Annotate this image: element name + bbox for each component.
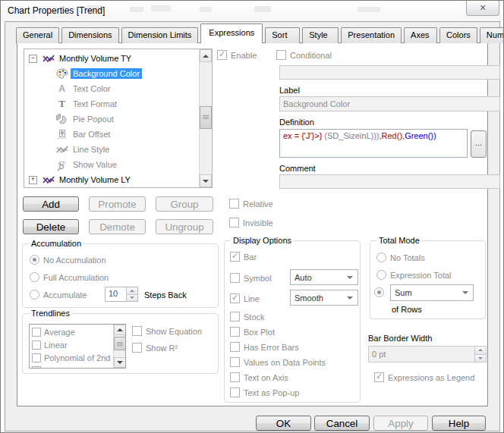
stock-checkbox[interactable] bbox=[230, 312, 240, 322]
stepper-up-icon[interactable] bbox=[127, 287, 137, 294]
tree-item-pie-popout[interactable]: Pie Popout bbox=[24, 111, 199, 127]
total-mode-caption: Total Mode bbox=[376, 236, 422, 245]
sum-combobox[interactable]: Sum bbox=[390, 284, 474, 301]
titlebar-ghost bbox=[358, 7, 380, 12]
tree-item-show-value[interactable]: 42 Show Value bbox=[24, 157, 199, 172]
symbol-combobox[interactable]: Auto bbox=[290, 269, 358, 285]
scroll-up-icon[interactable] bbox=[200, 49, 212, 62]
text-as-popup-checkbox[interactable] bbox=[230, 388, 240, 397]
invisible-checkbox[interactable] bbox=[229, 218, 239, 227]
trendline-item-polynomial3[interactable]: Polynomial of 3rd d bbox=[30, 364, 113, 369]
text-as-popup-row: Text as Pop-up bbox=[230, 388, 299, 397]
scroll-down-icon[interactable] bbox=[200, 174, 212, 187]
full-accumulation-label: Full Accumulation bbox=[43, 273, 109, 282]
tree-item-text-format[interactable]: T Text Format bbox=[24, 96, 199, 111]
trendline-item-linear[interactable]: Linear bbox=[30, 338, 113, 351]
definition-ellipsis-button[interactable]: ... bbox=[471, 130, 487, 158]
tab-number[interactable]: Number bbox=[480, 27, 504, 43]
help-button[interactable]: Help bbox=[432, 416, 486, 431]
box-plot-checkbox[interactable] bbox=[230, 327, 240, 337]
no-accumulation-radio[interactable] bbox=[30, 255, 39, 265]
ok-button[interactable]: OK bbox=[256, 416, 311, 431]
tree-item-text-color[interactable]: A Text Color bbox=[24, 81, 199, 96]
text-on-axis-checkbox[interactable] bbox=[230, 372, 240, 382]
trendlines-scrollbar[interactable] bbox=[113, 325, 125, 368]
show-equation-checkbox[interactable] bbox=[132, 326, 142, 336]
tree-item-bar-offset[interactable]: Bar Offset bbox=[24, 127, 199, 142]
text-as-popup-label: Text as Pop-up bbox=[244, 388, 299, 397]
tab-presentation[interactable]: Presentation bbox=[341, 27, 402, 43]
tab-general[interactable]: General bbox=[16, 27, 59, 43]
line-combobox[interactable]: Smooth bbox=[290, 290, 358, 306]
delete-button[interactable]: Delete bbox=[23, 219, 79, 234]
relative-checkbox[interactable] bbox=[229, 199, 239, 209]
total-mode-group: Total Mode No Totals Expression Total Su… bbox=[370, 240, 486, 319]
tree-item-line-style[interactable]: Line Style bbox=[24, 142, 199, 157]
enable-checkbox[interactable] bbox=[217, 50, 227, 60]
stepper-up-icon[interactable] bbox=[475, 347, 486, 354]
tab-sort[interactable]: Sort bbox=[265, 27, 300, 43]
comment-input[interactable] bbox=[279, 174, 500, 189]
tree-item-monthly-volume-ly[interactable]: Monthly Volume LY bbox=[24, 172, 199, 187]
tree-item-background-color[interactable]: Background Color bbox=[24, 66, 199, 81]
expand-icon[interactable] bbox=[29, 176, 37, 184]
tab-expressions[interactable]: Expressions bbox=[200, 24, 263, 43]
sum-of-rows-row bbox=[374, 287, 384, 297]
average-checkbox[interactable] bbox=[32, 328, 41, 337]
tab-colors[interactable]: Colors bbox=[439, 27, 477, 43]
promote-button: Promote bbox=[89, 196, 146, 212]
scroll-down-icon[interactable] bbox=[114, 357, 126, 368]
bar-row: Bar bbox=[230, 252, 257, 262]
show-value-icon: 42 bbox=[55, 158, 68, 171]
trendline-item-polynomial2[interactable]: Polynomial of 2nd d bbox=[30, 351, 113, 364]
tab-axes[interactable]: Axes bbox=[404, 27, 437, 43]
label-input[interactable]: Background Color bbox=[279, 96, 500, 111]
scroll-up-icon[interactable] bbox=[114, 325, 126, 335]
polynomial3-checkbox[interactable] bbox=[32, 366, 41, 369]
expression-total-radio[interactable] bbox=[376, 270, 386, 280]
show-r2-checkbox[interactable] bbox=[132, 343, 142, 353]
bar-checkbox[interactable] bbox=[230, 252, 240, 262]
steps-back-label: Steps Back bbox=[144, 290, 187, 300]
add-button[interactable]: Add bbox=[23, 196, 79, 212]
titlebar-ghost bbox=[200, 7, 212, 12]
trendlines-listbox[interactable]: Average Linear Polynomial of 2nd d Polyn… bbox=[29, 324, 126, 369]
line-combobox-value: Smooth bbox=[295, 293, 323, 303]
sum-combobox-value: Sum bbox=[395, 288, 412, 297]
stepper-down-icon[interactable] bbox=[127, 294, 137, 302]
show-equation-label: Show Equation bbox=[146, 327, 202, 336]
values-on-data-points-checkbox[interactable] bbox=[230, 357, 240, 367]
no-totals-radio[interactable] bbox=[376, 253, 386, 262]
conditional-checkbox[interactable] bbox=[276, 50, 286, 60]
display-options-caption: Display Options bbox=[231, 236, 294, 245]
tab-style[interactable]: Style bbox=[302, 27, 339, 43]
tab-dimensions[interactable]: Dimensions bbox=[61, 27, 118, 43]
expressions-as-legend-checkbox[interactable] bbox=[374, 372, 384, 382]
steps-back-stepper[interactable]: 10 bbox=[105, 287, 138, 302]
bar-border-width-stepper[interactable]: 0 pt bbox=[368, 346, 487, 362]
scroll-thumb[interactable] bbox=[200, 106, 212, 129]
sum-of-rows-radio[interactable] bbox=[374, 287, 384, 297]
linear-checkbox[interactable] bbox=[32, 340, 41, 350]
tree-scrollbar[interactable] bbox=[199, 49, 212, 187]
accumulate-radio[interactable] bbox=[30, 290, 39, 300]
conditional-input[interactable] bbox=[279, 65, 500, 80]
scroll-thumb[interactable] bbox=[114, 337, 126, 350]
line-checkbox[interactable] bbox=[230, 293, 240, 303]
full-accumulation-radio[interactable] bbox=[30, 272, 39, 282]
definition-input[interactable]: ex = {'J'}>} (SD_SizeinL))),Red(),Green(… bbox=[279, 129, 468, 158]
trendline-item-average[interactable]: Average bbox=[30, 325, 113, 338]
close-button[interactable]: ✕ bbox=[466, 1, 499, 16]
tab-dimension-limits[interactable]: Dimension Limits bbox=[121, 27, 199, 43]
has-error-bars-checkbox[interactable] bbox=[230, 342, 240, 352]
definition-segment: ,Red(), bbox=[380, 131, 405, 140]
titlebar-ghost bbox=[254, 6, 271, 12]
stepper-down-icon[interactable] bbox=[475, 354, 486, 362]
symbol-checkbox[interactable] bbox=[230, 273, 240, 283]
collapse-icon[interactable] bbox=[29, 55, 37, 63]
tree-item-monthly-volume-ty[interactable]: Monthly Volume TY bbox=[24, 51, 199, 66]
polynomial2-checkbox[interactable] bbox=[32, 353, 41, 362]
cancel-button[interactable]: Cancel bbox=[314, 416, 370, 431]
ungroup-button: Ungroup bbox=[156, 219, 213, 234]
stock-row: Stock bbox=[230, 312, 265, 322]
